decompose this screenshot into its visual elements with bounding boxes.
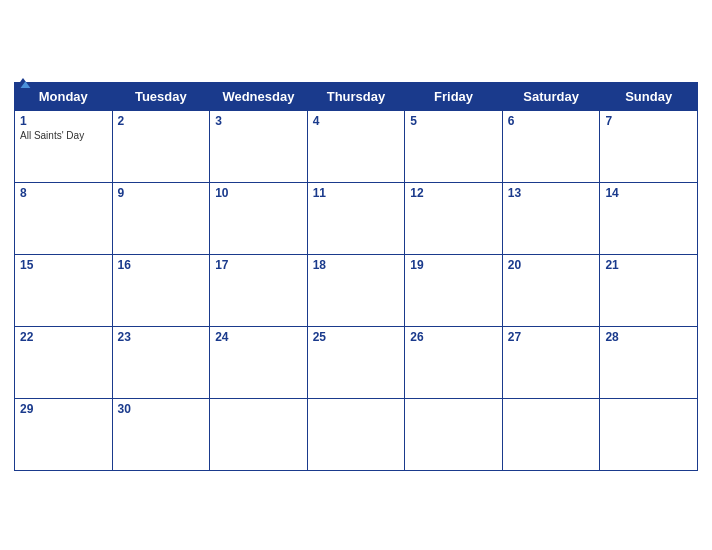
weekday-header: Wednesday [210, 82, 308, 110]
day-number: 10 [215, 186, 302, 200]
weekday-header: Thursday [307, 82, 405, 110]
calendar-day-cell: 20 [502, 254, 600, 326]
day-number: 8 [20, 186, 107, 200]
calendar-day-cell: 30 [112, 398, 210, 470]
weekday-header: Tuesday [112, 82, 210, 110]
calendar-day-cell: 25 [307, 326, 405, 398]
calendar-day-cell: 27 [502, 326, 600, 398]
day-number: 16 [118, 258, 205, 272]
weekday-header: Friday [405, 82, 503, 110]
day-number: 26 [410, 330, 497, 344]
calendar-day-cell: 21 [600, 254, 698, 326]
logo-row [14, 76, 34, 90]
calendar-day-cell: 18 [307, 254, 405, 326]
calendar-day-cell: 23 [112, 326, 210, 398]
day-number: 11 [313, 186, 400, 200]
day-number: 4 [313, 114, 400, 128]
day-number: 15 [20, 258, 107, 272]
day-number: 13 [508, 186, 595, 200]
day-number: 19 [410, 258, 497, 272]
day-number: 2 [118, 114, 205, 128]
logo-icon [14, 76, 32, 90]
day-number: 6 [508, 114, 595, 128]
day-number: 5 [410, 114, 497, 128]
calendar-day-cell: 9 [112, 182, 210, 254]
calendar-day-cell: 24 [210, 326, 308, 398]
day-number: 18 [313, 258, 400, 272]
day-number: 30 [118, 402, 205, 416]
day-number: 28 [605, 330, 692, 344]
day-number: 29 [20, 402, 107, 416]
calendar-day-cell [600, 398, 698, 470]
calendar-day-cell: 17 [210, 254, 308, 326]
calendar-day-cell: 14 [600, 182, 698, 254]
calendar-week-row: 15161718192021 [15, 254, 698, 326]
day-number: 17 [215, 258, 302, 272]
weekday-header: Saturday [502, 82, 600, 110]
calendar-day-cell [405, 398, 503, 470]
calendar-day-cell: 2 [112, 110, 210, 182]
calendar-day-cell: 6 [502, 110, 600, 182]
day-number: 3 [215, 114, 302, 128]
day-number: 9 [118, 186, 205, 200]
day-number: 12 [410, 186, 497, 200]
day-number: 23 [118, 330, 205, 344]
calendar-day-cell [502, 398, 600, 470]
calendar-week-row: 22232425262728 [15, 326, 698, 398]
day-number: 21 [605, 258, 692, 272]
calendar-week-row: 891011121314 [15, 182, 698, 254]
calendar-table: MondayTuesdayWednesdayThursdayFridaySatu… [14, 82, 698, 471]
day-number: 25 [313, 330, 400, 344]
calendar-day-cell: 11 [307, 182, 405, 254]
day-number: 20 [508, 258, 595, 272]
logo-area [14, 76, 34, 90]
day-number: 7 [605, 114, 692, 128]
calendar-day-cell: 4 [307, 110, 405, 182]
day-number: 1 [20, 114, 107, 128]
calendar-day-cell [210, 398, 308, 470]
calendar-day-cell: 29 [15, 398, 113, 470]
calendar-day-cell: 10 [210, 182, 308, 254]
day-number: 22 [20, 330, 107, 344]
calendar-week-row: 1All Saints' Day234567 [15, 110, 698, 182]
calendar-day-cell: 26 [405, 326, 503, 398]
calendar-day-cell: 19 [405, 254, 503, 326]
calendar-day-cell: 1All Saints' Day [15, 110, 113, 182]
calendar-day-cell [307, 398, 405, 470]
calendar-week-row: 2930 [15, 398, 698, 470]
calendar-day-cell: 13 [502, 182, 600, 254]
calendar-day-cell: 7 [600, 110, 698, 182]
calendar-day-cell: 12 [405, 182, 503, 254]
holiday-label: All Saints' Day [20, 130, 107, 141]
calendar-day-cell: 8 [15, 182, 113, 254]
calendar-wrapper: MondayTuesdayWednesdayThursdayFridaySatu… [0, 66, 712, 485]
calendar-day-cell: 15 [15, 254, 113, 326]
day-number: 24 [215, 330, 302, 344]
day-number: 14 [605, 186, 692, 200]
calendar-day-cell: 5 [405, 110, 503, 182]
calendar-day-cell: 16 [112, 254, 210, 326]
calendar-day-cell: 28 [600, 326, 698, 398]
calendar-day-cell: 22 [15, 326, 113, 398]
weekday-header: Sunday [600, 82, 698, 110]
day-number: 27 [508, 330, 595, 344]
weekday-header-row: MondayTuesdayWednesdayThursdayFridaySatu… [15, 82, 698, 110]
calendar-day-cell: 3 [210, 110, 308, 182]
